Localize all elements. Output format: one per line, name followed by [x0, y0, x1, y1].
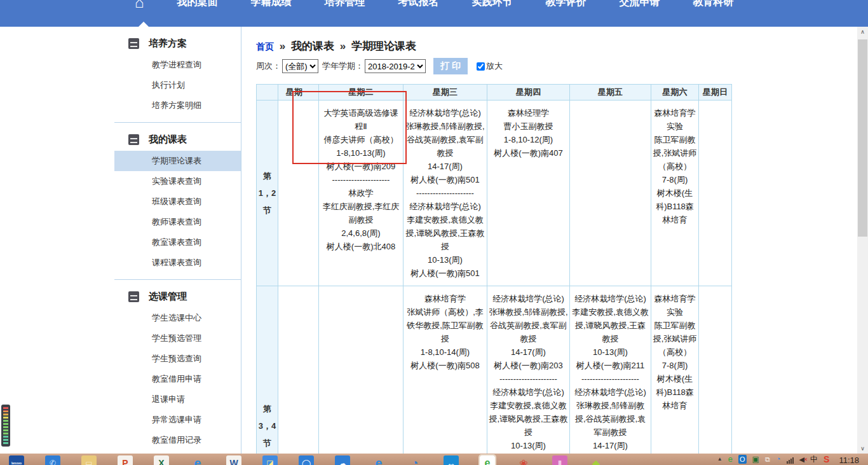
tray-o-app-icon[interactable]: O [738, 455, 747, 464]
sidebar-section-title: 培养方案 [149, 38, 187, 50]
top-navigation-bar: ⌂ 我的桌面学籍成绩培养管理考试报名实践环节教学评价交流申请教育科研 [0, 0, 868, 27]
tray-expand-icon[interactable]: ▲ [717, 455, 722, 464]
print-button[interactable]: 打 印 [433, 58, 468, 74]
sidebar-item-教室课表查询[interactable]: 教室课表查询 [114, 232, 241, 253]
sidebar-item-退课申请[interactable]: 退课申请 [114, 389, 241, 410]
day-header-星期四: 星期四 [487, 85, 570, 101]
sidebar-section: 我的课表学期理论课表实验课表查询班级课表查询教师课表查询教室课表查询课程课表查询 [114, 122, 241, 279]
day-header-星期日: 星期日 [699, 85, 732, 101]
sidebar-item-教学进程查询[interactable]: 教学进程查询 [114, 55, 241, 75]
sidebar-section-header: 我的课表 [114, 127, 241, 151]
360-browser-icon[interactable]: e [480, 455, 495, 465]
mute-dot-icon: ✕ [803, 455, 808, 464]
course-block: 森林培育学实验陈卫军副教授,张斌讲师（高校）7-8(周)树木楼(生科)B118森… [653, 292, 697, 412]
day-header-星期三: 星期三 [403, 85, 487, 101]
sidebar-item-教室借用申请[interactable]: 教室借用申请 [114, 369, 241, 389]
course-block: 林政学李红庆副教授,李红庆副教授2,4,6,8(周)树人楼(一教)北408 [320, 186, 402, 253]
course-weeks: 14-17(周) [405, 160, 485, 173]
week-filter-select[interactable]: (全部) [282, 59, 318, 73]
period-label: 第3，4节 [257, 286, 278, 465]
scroll-up-icon[interactable]: ∧ [857, 27, 868, 37]
internet-explorer-icon-2[interactable]: e [371, 455, 386, 465]
sidebar-item-课程课表查询[interactable]: 课程课表查询 [114, 253, 241, 273]
sidebar-item-学期理论课表[interactable]: 学期理论课表 [114, 151, 241, 171]
course-name: 森林经理学 [489, 106, 568, 120]
volume-muted-icon[interactable]: ◀✕ [799, 455, 804, 464]
browser-circle-icon[interactable]: ◯ [299, 455, 314, 465]
nav-item-考试报名[interactable]: 考试报名 [398, 0, 439, 9]
course-name: 经济林栽培学(总论) [405, 200, 485, 213]
scroll-down-icon[interactable]: ∨ [857, 443, 868, 454]
timetable-cell: 森林培育学张斌讲师（高校）,李铁华教授,陈卫军副教授1-8,10-14(周)树人… [403, 286, 487, 465]
term-filter-label: 学年学期： [322, 60, 363, 72]
phone-app-icon[interactable]: ✆ [45, 455, 60, 465]
nav-item-培养管理[interactable]: 培养管理 [325, 0, 365, 9]
sidebar-item-实验课表查询[interactable]: 实验课表查询 [114, 171, 241, 191]
breadcrumb-home-link[interactable]: 首页 [256, 41, 274, 52]
tray-usb-device-icon[interactable]: ⧉ [765, 455, 770, 464]
sidebar-item-班级课表查询[interactable]: 班级课表查询 [114, 191, 241, 212]
scrollbar-thumb[interactable] [858, 39, 867, 237]
breadcrumb-separator: » [277, 40, 288, 52]
notepad-icon [128, 38, 139, 49]
nav-item-我的桌面[interactable]: 我的桌面 [177, 0, 218, 9]
course-room: 树木楼(生科)B118森林培育 [653, 372, 697, 412]
course-name: 森林培育学实验 [653, 106, 697, 133]
course-room: 树木楼(生科)B118森林培育 [653, 186, 697, 226]
course-weeks: 10-13(周) [405, 253, 485, 267]
course-name: 经济林栽培学(总论) [489, 385, 568, 399]
sidebar-item-执行计划[interactable]: 执行计划 [114, 75, 241, 95]
sidebar-item-教室借用记录[interactable]: 教室借用记录 [114, 430, 241, 450]
excel-icon[interactable]: X [154, 455, 169, 465]
sidebar-section: 培养方案教学进程查询执行计划培养方案明细 [114, 27, 241, 122]
period-label-line: 1，2 [257, 184, 278, 202]
tray-360-icon[interactable]: e [728, 455, 733, 464]
course-room: 树人楼(一教)南407 [489, 146, 568, 160]
vertical-scrollbar[interactable]: ∧ ∨ [857, 27, 868, 454]
powerpoint-icon[interactable]: P [118, 455, 133, 465]
sidebar-item-学生预选查询[interactable]: 学生预选查询 [114, 349, 241, 369]
course-weeks: 7-8(周) [653, 359, 697, 372]
nav-item-交流申请[interactable]: 交流申请 [620, 0, 660, 9]
qq-browser-icon[interactable]: ◔ [407, 455, 423, 465]
zoom-checkbox-label: 放大 [486, 60, 503, 72]
tray-image-icon[interactable]: ▣ [752, 455, 759, 464]
sidebar-item-教师课表查询[interactable]: 教师课表查询 [114, 212, 241, 232]
word-icon[interactable]: W [226, 455, 241, 465]
teamviewer-icon[interactable]: ↔ [444, 455, 459, 465]
home-icon[interactable]: ⌂ [135, 0, 144, 10]
cloud-app-icon[interactable]: ☁ [335, 455, 350, 465]
course-teacher: 陈卫军副教授,张斌讲师（高校） [653, 319, 697, 359]
course-teacher: 张琳教授,邹锋副教授,谷战英副教授,袁军副教授 [571, 399, 649, 439]
network-signal-icon[interactable] [787, 456, 794, 464]
sidebar: 培养方案教学进程查询执行计划培养方案明细我的课表学期理论课表实验课表查询班级课表… [114, 27, 241, 454]
nav-item-实践环节[interactable]: 实践环节 [472, 0, 513, 9]
red-swirl-app-icon[interactable]: ❀ [516, 455, 531, 465]
course-teacher: 张斌讲师（高校）,李铁华教授,陈卫军副教授 [405, 305, 485, 345]
sidebar-item-培养方案明细[interactable]: 培养方案明细 [114, 95, 241, 116]
lenovo-app-icon[interactable]: lenovo [9, 455, 24, 465]
course-teacher: 曹小玉副教授 [489, 120, 568, 133]
sidebar-section-header: 选课管理 [114, 284, 241, 308]
nav-item-教育科研[interactable]: 教育科研 [693, 0, 734, 9]
sidebar-item-学生选课中心[interactable]: 学生选课中心 [114, 308, 241, 328]
course-name: 森林培育学 [405, 292, 485, 305]
sogou-icon[interactable]: S [824, 455, 829, 464]
nav-item-学籍成绩[interactable]: 学籍成绩 [251, 0, 292, 9]
sidebar-item-异常选课申请[interactable]: 异常选课申请 [114, 410, 241, 430]
term-filter-select[interactable]: 2018-2019-2 [365, 59, 426, 73]
zoom-checkbox[interactable] [477, 62, 485, 71]
nav-item-教学评价[interactable]: 教学评价 [546, 0, 587, 9]
database-app-icon[interactable]: ▮ [552, 455, 567, 465]
course-block: 经济林栽培学(总论)李建安教授,袁德义教授,谭晓风教授,王森教授10-13(周)… [405, 200, 485, 280]
internet-explorer-icon[interactable]: e [190, 455, 205, 465]
green-gem-app-icon[interactable]: ◆ [588, 455, 604, 465]
period-label-line: 第 [257, 167, 278, 184]
ime-language-indicator[interactable]: 中 [810, 455, 818, 464]
timetable-cell [699, 101, 732, 286]
sidebar-item-学生预选管理[interactable]: 学生预选管理 [114, 328, 241, 349]
file-explorer-icon[interactable]: ▭ [81, 455, 97, 465]
course-name: 森林培育学实验 [653, 292, 697, 319]
tray-sync-icon[interactable]: ◔ [776, 455, 781, 464]
photos-app-icon[interactable]: ◪ [262, 455, 278, 465]
